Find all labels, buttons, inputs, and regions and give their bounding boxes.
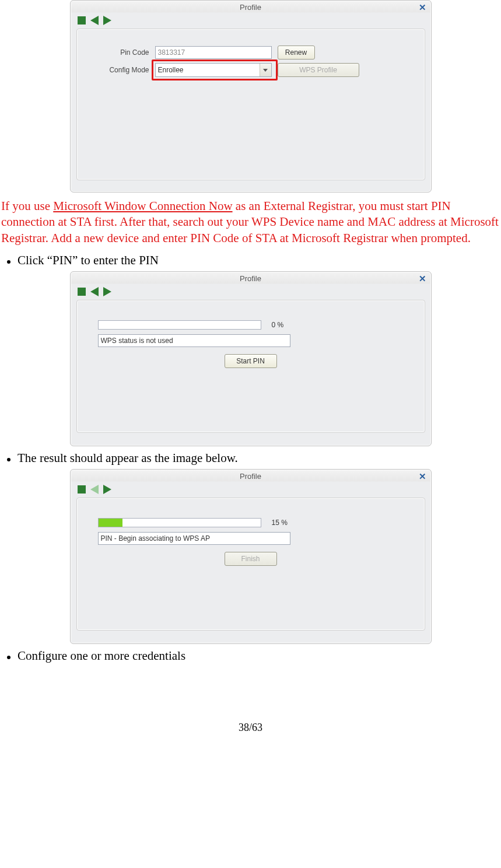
toolbar	[71, 13, 431, 29]
close-icon[interactable]: ✕	[419, 2, 426, 13]
panel-body: 0 % Start PIN	[76, 300, 425, 433]
progress-fill	[99, 519, 123, 527]
config-mode-label: Config Mode	[85, 66, 149, 74]
stop-icon[interactable]	[78, 485, 86, 494]
profile-panel-3: Profile ✕ 15 % Finish	[70, 469, 432, 644]
forward-icon[interactable]	[103, 485, 111, 494]
bullet-click-pin: Click “PIN” to enter the PIN	[5, 253, 501, 268]
pin-label: Pin Code	[85, 48, 149, 57]
wps-status-field[interactable]	[98, 532, 290, 545]
wps-status-field[interactable]	[98, 334, 290, 347]
close-icon[interactable]: ✕	[419, 471, 426, 482]
bullet-result: The result should appear as the image be…	[5, 451, 501, 466]
back-icon[interactable]	[90, 485, 99, 494]
forward-icon[interactable]	[103, 16, 111, 25]
finish-button: Finish	[225, 552, 277, 566]
toolbar	[71, 482, 431, 498]
panel-title: Profile	[71, 470, 431, 482]
progress-bar	[98, 320, 261, 330]
back-icon[interactable]	[90, 287, 99, 296]
progress-percent: 0 %	[272, 321, 284, 329]
forward-icon[interactable]	[103, 287, 111, 296]
note-link: Microsoft Window Connection Now	[53, 199, 232, 213]
back-icon[interactable]	[90, 16, 99, 25]
toolbar	[71, 285, 431, 300]
close-icon[interactable]: ✕	[419, 274, 426, 284]
wps-profile-button: WPS Profile	[278, 63, 359, 77]
panel-body: Pin Code Renew Config Mode WPS Profile	[76, 29, 425, 180]
profile-panel-2: Profile ✕ 0 % Start PIN	[70, 271, 432, 446]
progress-bar	[98, 518, 261, 527]
profile-panel-1: Profile ✕ Pin Code Renew Config Mode WPS…	[70, 0, 432, 192]
page-number: 38/63	[0, 722, 501, 734]
registrar-note: If you use Microsoft Window Connection N…	[0, 197, 501, 250]
start-pin-button[interactable]: Start PIN	[225, 354, 277, 368]
progress-percent: 15 %	[272, 519, 288, 527]
note-prefix: If you use	[1, 199, 53, 213]
pin-code-field[interactable]	[155, 46, 272, 59]
stop-icon[interactable]	[78, 16, 86, 24]
stop-icon[interactable]	[78, 288, 86, 296]
bullet-configure: Configure one or more credentials	[5, 649, 501, 663]
panel-title: Profile	[71, 1, 431, 13]
renew-button[interactable]: Renew	[278, 46, 315, 60]
config-mode-select[interactable]	[155, 63, 272, 77]
panel-body: 15 % Finish	[76, 498, 425, 631]
panel-title: Profile	[71, 272, 431, 285]
